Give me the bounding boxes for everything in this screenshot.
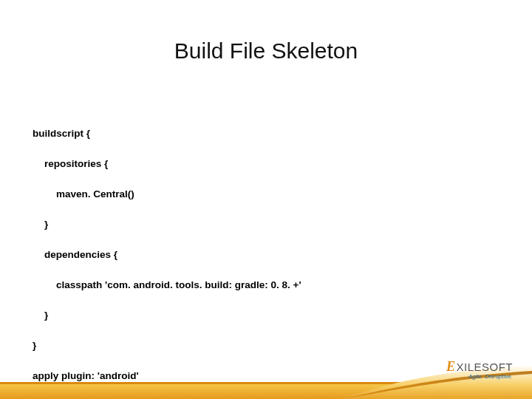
brand-initial: E <box>446 359 456 374</box>
brand-logo: EXILESOFT Agile. Disruptive. <box>446 360 513 380</box>
code-line: } <box>33 308 301 324</box>
brand-rest: XILESOFT <box>456 361 513 373</box>
brand-name: EXILESOFT <box>446 360 513 373</box>
code-line: dependencies { <box>33 248 301 263</box>
code-line: repositories { <box>33 157 301 172</box>
footer-bar: EXILESOFT Agile. Disruptive. <box>0 356 532 399</box>
code-line: maven. Central() <box>33 187 301 202</box>
code-line: } <box>33 338 301 354</box>
code-line: classpath 'com. android. tools. build: g… <box>33 278 301 293</box>
brand-tagline: Agile. Disruptive. <box>446 374 513 380</box>
code-line: buildscript { <box>33 126 301 142</box>
slide-title: Build File Skeleton <box>0 38 532 64</box>
code-line: } <box>33 217 301 233</box>
